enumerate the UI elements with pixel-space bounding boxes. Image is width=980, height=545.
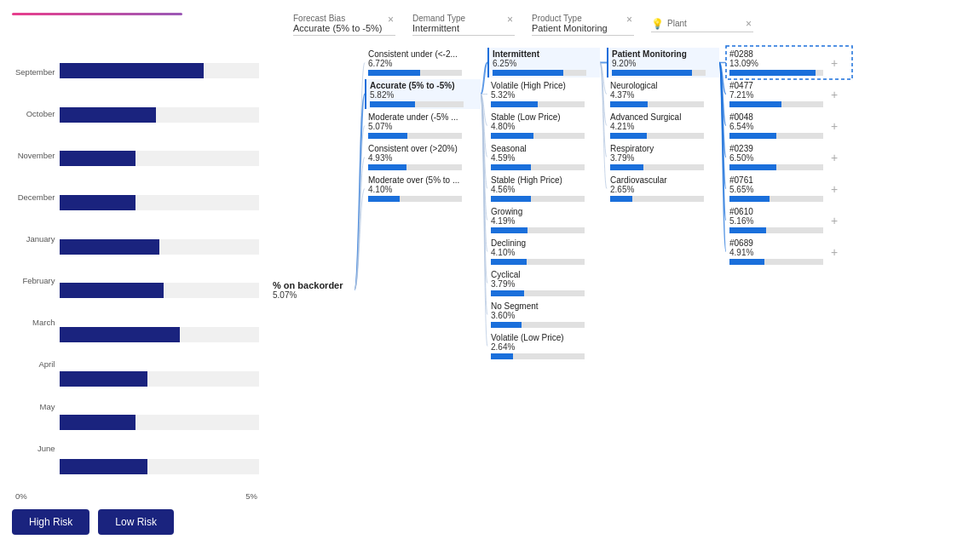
col4-content-0[interactable]: #028813.09% <box>726 48 827 77</box>
col1-pct-4: 4.10% <box>368 185 477 194</box>
col2-content-3[interactable]: Seasonal4.59% <box>487 142 600 172</box>
col4-content-3[interactable]: #02396.50% <box>726 142 827 172</box>
col4-content-6[interactable]: #06894.91% <box>726 237 827 267</box>
low-risk-button[interactable]: Low Risk <box>98 509 174 535</box>
bar-row-3 <box>60 181 259 224</box>
col1-content-0[interactable]: Consistent under (<-2...6.72% <box>365 48 481 77</box>
filters-row: Forecast Bias×Accurate (5% to -5%)Demand… <box>293 10 968 36</box>
col4-content-5[interactable]: #06105.16% <box>726 205 827 235</box>
col2-content-9[interactable]: Volatile (Low Price)2.64% <box>487 331 600 361</box>
col4-bar-fill-1 <box>729 101 781 107</box>
col2-pct-3: 4.59% <box>491 153 597 163</box>
col2-content-1[interactable]: Volatile (High Price)5.32% <box>487 79 600 109</box>
month-label-0: September <box>15 68 55 77</box>
col2-bar-fill-7 <box>491 290 524 296</box>
col4-plus-5[interactable]: + <box>827 214 841 227</box>
high-risk-button[interactable]: High Risk <box>12 509 89 535</box>
col1-label-0: Consistent under (<-2... <box>368 49 477 59</box>
filter-label-3: 💡Plant× <box>651 18 753 30</box>
col2-content-8[interactable]: No Segment3.60% <box>487 300 600 330</box>
bar-bg-7 <box>60 371 259 387</box>
col2-pct-6: 4.10% <box>491 248 597 257</box>
col2-label-1: Volatile (High Price) <box>491 81 597 90</box>
filter-close-3[interactable]: × <box>746 18 752 30</box>
bar-chart-area: SeptemberOctoberNovemberDecemberJanuaryF… <box>15 49 259 488</box>
bar-bg-8 <box>60 415 259 430</box>
col2-bar-bg-0 <box>493 70 586 76</box>
col3-pct-0: 9.20% <box>612 59 716 68</box>
col1-bar-fill-1 <box>370 101 415 107</box>
col3-pct-4: 2.65% <box>610 185 716 194</box>
bar-row-2 <box>60 137 259 180</box>
col1-pct-0: 6.72% <box>368 59 477 68</box>
filter-chip-1: Demand Type×Intermittent <box>412 14 515 36</box>
col2-content-7[interactable]: Cyclical3.79% <box>487 268 600 298</box>
bar-fill-4 <box>60 239 159 255</box>
col3-label-1: Neurological <box>610 81 716 90</box>
col4-label-1: #0477 <box>729 81 823 90</box>
col4-bar-bg-4 <box>729 196 823 202</box>
bar-bg-6 <box>60 327 259 342</box>
col3-content-1[interactable]: Neurological4.37% <box>607 79 719 109</box>
col3-content-4[interactable]: Cardiovascular2.65% <box>607 174 719 204</box>
col3-bar-bg-1 <box>610 101 704 107</box>
col2-bar-fill-5 <box>491 227 527 233</box>
month-label-6: March <box>15 318 55 327</box>
col4-plus-6[interactable]: + <box>827 245 841 259</box>
col2-label-4: Stable (High Price) <box>491 175 597 185</box>
col3-bar-bg-2 <box>610 133 704 139</box>
col2-content-4[interactable]: Stable (High Price)4.56% <box>487 174 600 204</box>
col1-item-1: Accurate (5% to -5%)5.82% <box>365 79 481 109</box>
col4-bar-bg-3 <box>729 164 823 170</box>
col3-content-0[interactable]: Patient Monitoring9.20% <box>607 48 719 77</box>
root-label: % on backorder <box>273 280 349 290</box>
col2-bar-bg-9 <box>491 353 585 359</box>
bar-fill-9 <box>60 459 147 474</box>
col2-content-5[interactable]: Growing4.19% <box>487 205 600 235</box>
col4-pct-1: 7.21% <box>729 90 823 100</box>
col2-content-2[interactable]: Stable (Low Price)4.80% <box>487 111 600 141</box>
col4-content-2[interactable]: #00486.54% <box>726 111 827 141</box>
col1-bar-bg-1 <box>370 101 464 107</box>
col3-content-2[interactable]: Advanced Surgical4.21% <box>607 111 719 141</box>
bar-bg-1 <box>60 107 259 123</box>
col1-item-2: Moderate under (-5% ...5.07% <box>365 111 481 141</box>
col4-plus-2[interactable]: + <box>827 119 841 133</box>
col4-plus-3[interactable]: + <box>827 151 841 164</box>
col2-content-0[interactable]: Intermittent6.25% <box>487 48 600 77</box>
col1-label-1: Accurate (5% to -5%) <box>370 81 477 90</box>
col3-bar-bg-3 <box>610 164 704 170</box>
col2-bar-fill-2 <box>491 133 533 139</box>
col2-label-6: Declining <box>491 238 597 248</box>
col3-bar-bg-0 <box>612 70 706 76</box>
col4-content-4[interactable]: #07615.65% <box>726 174 827 204</box>
filter-close-1[interactable]: × <box>507 14 513 26</box>
col1-content-1[interactable]: Accurate (5% to -5%)5.82% <box>365 79 481 109</box>
col1-content-2[interactable]: Moderate under (-5% ...5.07% <box>365 111 481 141</box>
col2-content-6[interactable]: Declining4.10% <box>487 237 600 267</box>
col4-content-1[interactable]: #04777.21% <box>726 79 827 109</box>
col1-label-4: Moderate over (5% to ... <box>368 175 477 185</box>
col3-item-1: Neurological4.37% <box>607 79 719 109</box>
col1-content-3[interactable]: Consistent over (>20%)4.93% <box>365 142 481 172</box>
col4-plus-0[interactable]: + <box>827 56 841 70</box>
col4-plus-1[interactable]: + <box>827 88 841 101</box>
col4-item-6: #06894.91%+ <box>726 237 841 267</box>
filter-close-0[interactable]: × <box>388 14 394 26</box>
filter-value-2: Patient Monitoring <box>532 23 634 33</box>
bar-fill-3 <box>60 195 135 210</box>
col3-content-3[interactable]: Respiratory3.79% <box>607 142 719 172</box>
col2-item-9: Volatile (Low Price)2.64% <box>487 331 600 361</box>
col3-bar-fill-0 <box>612 70 692 76</box>
col4-pct-2: 6.54% <box>729 122 823 131</box>
col4-bar-fill-3 <box>729 164 776 170</box>
col4-bar-bg-1 <box>729 101 823 107</box>
col1-content-4[interactable]: Moderate over (5% to ...4.10% <box>365 174 481 204</box>
col4-plus-4[interactable]: + <box>827 182 841 196</box>
col2-pct-4: 4.56% <box>491 185 597 194</box>
filter-close-2[interactable]: × <box>626 14 632 26</box>
col2-pct-1: 5.32% <box>491 90 597 100</box>
col2-label-0: Intermittent <box>493 49 597 59</box>
col2-label-9: Volatile (Low Price) <box>491 333 597 342</box>
sankey-panel: % on backorder5.07%Consistent under (<-2… <box>259 44 968 535</box>
